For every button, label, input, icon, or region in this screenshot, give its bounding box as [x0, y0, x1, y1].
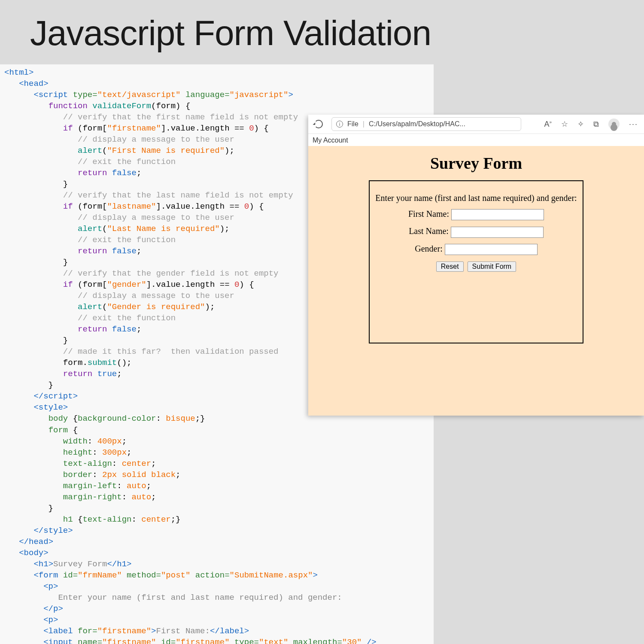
code-str: center [141, 515, 170, 524]
code-text: First Name: [156, 626, 210, 636]
gender-input[interactable] [445, 244, 538, 255]
browser-preview: i File | C:/Users/apalm/Desktop/HAC... A… [308, 115, 644, 415]
lastname-label: Last Name: [409, 226, 449, 236]
code-str: javascript [234, 90, 283, 100]
form-heading: Survey Form [308, 154, 644, 173]
submit-button[interactable] [468, 261, 516, 272]
code-str: text/javascript [102, 90, 176, 100]
firstname-label: First Name: [408, 209, 449, 219]
code-comment: // verify that the first name field is n… [63, 112, 298, 122]
page-title: Javascript Form Validation [0, 0, 644, 62]
code-str: firstname [102, 626, 146, 636]
code-str: text [264, 638, 283, 644]
code-comment: // display a message to the user [78, 135, 234, 144]
collections-icon[interactable]: ⧉ [593, 120, 599, 129]
reset-button[interactable] [436, 261, 464, 272]
code-str: firstname [107, 638, 151, 644]
code-str: lastname [112, 202, 151, 211]
browser-toolbar: i File | C:/Users/apalm/Desktop/HAC... A… [308, 115, 644, 134]
code-comment: // verify that the gender field is not e… [63, 269, 279, 278]
firstname-input[interactable] [451, 209, 544, 220]
url-text: C:/Users/apalm/Desktop/HAC... [369, 120, 465, 128]
code-str: center [122, 459, 151, 468]
code-str: 2px solid black [102, 470, 176, 480]
code-text: Enter your name (first and last name req… [58, 593, 342, 602]
survey-form: Enter your name (first and last name req… [369, 180, 583, 343]
info-icon: i [336, 121, 343, 128]
code-str: firstname [112, 124, 156, 133]
code-str: SubmitName.aspx [234, 571, 308, 580]
form-instruction: Enter your name (first and last name req… [370, 193, 583, 203]
code-str: Last Name is required [112, 224, 215, 234]
code-str: frmName [82, 571, 117, 580]
separator: | [363, 120, 365, 128]
gender-label: Gender: [415, 244, 442, 254]
code-str: Gender is required [112, 302, 200, 312]
code-comment: // verify that the last name field is no… [63, 191, 293, 200]
code-comment: // display a message to the user [78, 291, 234, 301]
toolbar-icons: A» ☆ ✧ ⧉ ··· [544, 118, 638, 130]
code-str: 400px [97, 437, 122, 446]
favorites-bar-icon[interactable]: ✧ [577, 119, 584, 129]
reload-icon[interactable] [314, 120, 323, 128]
code-str: auto [131, 492, 151, 502]
code-text: Survey Form [53, 559, 107, 569]
code-str: 300px [102, 448, 127, 457]
code-comment: // exit the function [78, 313, 176, 323]
code-str: post [166, 571, 185, 580]
lastname-input[interactable] [451, 227, 544, 238]
code-comment: // made it this far? then validation pas… [63, 347, 279, 356]
read-aloud-icon[interactable]: A» [544, 120, 552, 129]
more-icon[interactable]: ··· [629, 120, 638, 129]
code-comment: // exit the function [78, 157, 176, 167]
code-str: gender [112, 280, 141, 289]
url-scheme: File [347, 120, 358, 128]
code-str: 30 [347, 638, 357, 644]
address-bar[interactable]: i File | C:/Users/apalm/Desktop/HAC... [331, 117, 521, 131]
code-str: First Name is required [112, 146, 220, 155]
code-comment: // display a message to the user [78, 213, 234, 222]
code-str: firstname [181, 638, 225, 644]
profile-avatar-icon[interactable] [608, 118, 620, 130]
code-str: auto [127, 481, 146, 491]
code-comment: // exit the function [78, 235, 176, 245]
favorite-icon[interactable]: ☆ [561, 119, 568, 129]
my-account-link[interactable]: My Account [308, 134, 644, 146]
rendered-page: Survey Form Enter your name (first and l… [308, 146, 644, 416]
code-str: bisque [166, 414, 195, 423]
